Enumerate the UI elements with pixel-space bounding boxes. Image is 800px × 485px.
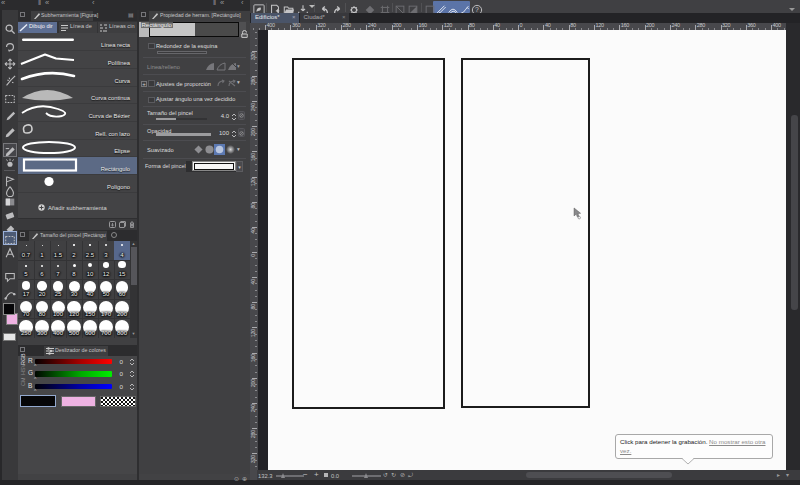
svg-text:?: ?	[475, 6, 479, 13]
